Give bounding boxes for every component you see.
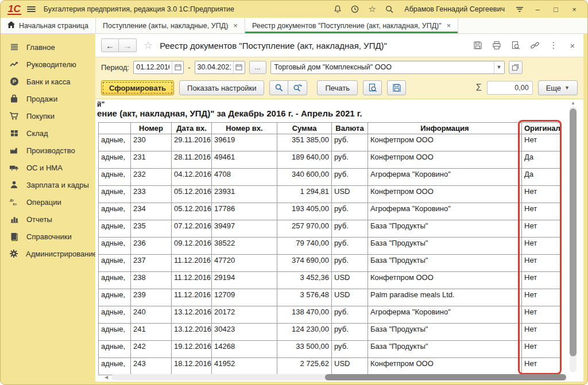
table-cell[interactable]: руб. <box>332 220 368 238</box>
table-cell[interactable]: Агроферма "Коровино" <box>368 306 522 324</box>
table-cell[interactable]: 3 452,36 <box>277 272 332 289</box>
table-cell[interactable]: База "Продукты" <box>368 220 522 238</box>
table-cell[interactable]: Агроферма "Коровино" <box>368 203 522 220</box>
table-cell[interactable]: База "Продукты" <box>368 324 522 341</box>
table-cell[interactable]: 12709 <box>212 289 277 306</box>
table-row[interactable]: адные,23711.12.201647720374 690,00руб.Ба… <box>99 255 560 272</box>
table-cell[interactable]: руб. <box>332 324 368 341</box>
table-cell[interactable]: 13.12.2016 <box>172 306 212 324</box>
table-cell[interactable]: 241 <box>131 324 172 341</box>
sidebar-item-salary-hr[interactable]: Зарплата и кадры <box>1 176 95 193</box>
table-cell[interactable]: Нет <box>522 220 560 238</box>
table-cell[interactable]: Конфетпром ООО <box>368 134 522 151</box>
table-cell[interactable]: руб. <box>332 151 368 169</box>
scroll-up-arrow-icon[interactable]: ▲ <box>571 100 575 106</box>
table-cell[interactable]: Агроферма "Коровино" <box>368 169 522 186</box>
table-row[interactable]: адные,23305.12.2016239311 294,81USDКонфе… <box>99 186 560 203</box>
preview-icon[interactable] <box>510 40 521 50</box>
table-cell[interactable]: руб. <box>332 134 368 151</box>
window-close-button[interactable]: × <box>568 3 581 15</box>
forward-button[interactable]: → <box>119 38 137 52</box>
table-cell[interactable]: адные, <box>99 255 131 272</box>
table-cell[interactable]: 239 <box>131 289 172 306</box>
tab-home[interactable]: Начальная страница <box>1 18 96 33</box>
table-row[interactable]: адные,23204.12.20164708340 600,00руб.Агр… <box>99 169 560 186</box>
table-cell[interactable]: 29194 <box>212 272 277 289</box>
table-cell[interactable]: 11.12.2016 <box>172 255 212 272</box>
table-row[interactable]: адные,23507.12.201639497257 970,00руб.Ба… <box>99 220 560 238</box>
table-cell[interactable]: Конфетпром ООО <box>368 186 522 203</box>
sidebar-item-purchases[interactable]: Покупки <box>1 107 95 125</box>
table-cell[interactable]: адные, <box>99 134 131 151</box>
sidebar-item-operations[interactable]: ДтКтОперации <box>1 193 95 211</box>
tab-register-report[interactable]: Реестр документов "Поступление (акт, нак… <box>245 18 458 33</box>
table-cell[interactable]: Palm paradise meals Ltd. <box>368 289 522 306</box>
tab-close-icon[interactable]: × <box>233 22 238 29</box>
table-cell[interactable]: 4708 <box>212 169 277 186</box>
table-cell[interactable]: База "Продукты" <box>368 255 522 272</box>
table-cell[interactable]: 236 <box>131 238 172 255</box>
table-cell[interactable]: 79 740,00 <box>277 238 332 255</box>
table-row[interactable]: адные,23811.12.2016291943 452,36USDКонфе… <box>99 272 560 289</box>
table-row[interactable]: адные,24113.12.201630423124 230,00руб.Ба… <box>99 324 560 341</box>
back-button[interactable]: ← <box>101 38 119 52</box>
history-icon[interactable] <box>349 3 361 15</box>
table-cell[interactable]: руб. <box>332 203 368 220</box>
table-cell[interactable]: Нет <box>522 134 560 151</box>
vertical-scrollbar-thumb[interactable] <box>570 108 577 356</box>
table-cell[interactable]: адные, <box>99 238 131 255</box>
table-cell[interactable]: 29.11.2016 <box>172 134 212 151</box>
table-cell[interactable]: USD <box>332 289 368 306</box>
add-favorite-star-icon[interactable]: ☆ <box>144 39 153 52</box>
table-cell[interactable]: руб. <box>332 306 368 324</box>
show-settings-button[interactable]: Показать настройки <box>179 80 264 95</box>
table-row[interactable]: адные,24013.12.201620172138 470,00руб.Аг… <box>99 306 560 324</box>
sidebar-item-warehouse[interactable]: Склад <box>1 125 95 142</box>
interface-settings-icon[interactable] <box>514 3 525 15</box>
organization-field[interactable]: Торговый дом "Комплексный" ООО ▼ <box>270 61 505 74</box>
table-cell[interactable]: 238 <box>131 272 172 289</box>
more-actions-button[interactable]: Еще ▼ <box>538 80 578 95</box>
table-cell[interactable]: 124 230,00 <box>277 324 332 341</box>
period-from-input[interactable] <box>134 63 172 71</box>
tab-close-icon[interactable]: × <box>447 22 451 29</box>
generate-button[interactable]: Сформировать <box>101 80 174 95</box>
print-icon[interactable] <box>492 40 502 50</box>
table-cell[interactable]: 39497 <box>212 220 277 238</box>
table-cell[interactable]: 351 385,00 <box>277 134 332 151</box>
table-cell[interactable]: адные, <box>99 324 131 341</box>
period-to-input[interactable] <box>195 63 233 71</box>
sidebar-item-reports[interactable]: Отчеты <box>1 211 95 228</box>
table-cell[interactable]: адные, <box>99 341 131 358</box>
table-cell[interactable]: 243 <box>131 358 172 375</box>
minimize-button[interactable]: – <box>531 3 544 15</box>
table-cell[interactable]: адные, <box>99 169 131 186</box>
table-cell[interactable]: руб. <box>332 341 368 358</box>
calendar-icon[interactable] <box>233 61 245 73</box>
table-cell[interactable]: Нет <box>522 324 560 341</box>
table-cell[interactable]: База "Продукты" <box>368 341 522 358</box>
table-cell[interactable]: Нет <box>522 358 560 375</box>
dropdown-arrow-icon[interactable]: ▼ <box>494 61 504 73</box>
open-organization-icon[interactable] <box>509 61 523 74</box>
table-cell[interactable]: 38522 <box>212 238 277 255</box>
scroll-left-arrow-icon[interactable]: ◀ <box>105 375 108 380</box>
table-cell[interactable]: 340 600,00 <box>277 169 332 186</box>
table-cell[interactable]: адные, <box>99 272 131 289</box>
table-cell[interactable]: 234 <box>131 203 172 220</box>
table-cell[interactable]: 14268 <box>212 341 277 358</box>
table-cell[interactable]: 231 <box>131 151 172 169</box>
table-cell[interactable]: 09.12.2016 <box>172 238 212 255</box>
table-cell[interactable]: адные, <box>99 358 131 375</box>
table-cell[interactable]: 07.12.2016 <box>172 220 212 238</box>
get-link-icon[interactable] <box>529 40 540 50</box>
table-cell[interactable]: 28.11.2016 <box>172 151 212 169</box>
table-row[interactable]: адные,23405.12.201617786193 405,00руб.Аг… <box>99 203 560 220</box>
table-row[interactable]: адные,23128.11.201649461189 640,00руб.Ко… <box>99 151 560 169</box>
table-cell[interactable]: 193 405,00 <box>277 203 332 220</box>
table-cell[interactable]: 23931 <box>212 186 277 203</box>
calendar-icon[interactable] <box>172 61 183 73</box>
sidebar-item-production[interactable]: Производство <box>1 142 95 159</box>
table-cell[interactable]: Да <box>522 169 560 186</box>
table-cell[interactable]: Нет <box>522 341 560 358</box>
